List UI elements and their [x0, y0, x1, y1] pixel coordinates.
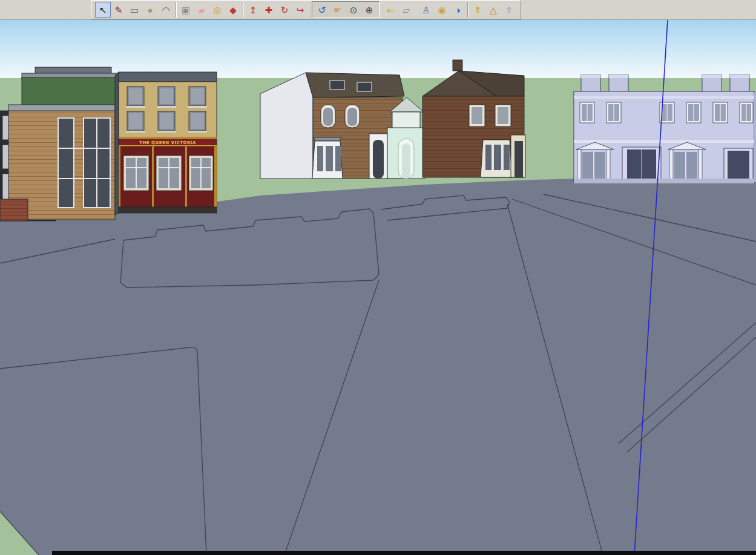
- toggle-terrain-icon: △: [490, 5, 497, 15]
- google-earth-icon: ◑: [455, 5, 460, 15]
- sketchup-window: ↖✎▭●◠▣▰◎◆↥✚↻↪↺☛⊙⊕⇐▱♙◉◑⇑△⇧: [0, 0, 756, 555]
- rectangle-icon: ▭: [130, 5, 139, 15]
- building-white-gable-house[interactable]: [260, 73, 404, 179]
- zoom-icon: ⊙: [350, 5, 358, 15]
- offset-tool-button[interactable]: ↪: [292, 2, 308, 18]
- pub-lower-windows: [123, 156, 213, 191]
- toolbar-group-edit: ▣▰◎◆: [176, 2, 243, 18]
- move-tool-button[interactable]: ✚: [261, 2, 277, 18]
- position-camera-icon: ♙: [422, 5, 430, 15]
- eraser-icon: ▰: [198, 5, 205, 15]
- section-plane-tool-button[interactable]: ▱: [398, 2, 414, 18]
- toolbar-group-walkthrough: ♙◉◑: [416, 2, 468, 18]
- make-component-tool-button[interactable]: ▣: [178, 2, 194, 18]
- offset-icon: ↪: [297, 5, 304, 15]
- building-queen-victoria-pub[interactable]: THE QUEEN VICTORIA: [115, 72, 217, 215]
- main-toolbar: ↖✎▭●◠▣▰◎◆↥✚↻↪↺☛⊙⊕⇐▱♙◉◑⇑△⇧: [0, 0, 756, 20]
- get-current-view-tool-button[interactable]: ⇑: [470, 2, 485, 18]
- previous-view-icon: ⇐: [387, 5, 395, 15]
- google-earth-tool-button[interactable]: ◑: [450, 2, 465, 18]
- toggle-terrain-tool-button[interactable]: △: [485, 2, 501, 18]
- entrance-center: [622, 147, 661, 183]
- toolbar-group-principal: ↖✎▭●◠: [93, 2, 176, 18]
- line-icon: ✎: [115, 5, 123, 15]
- previous-view-tool-button[interactable]: ⇐: [383, 2, 398, 18]
- toolbar-group-camera: ↺☛⊙⊕: [312, 1, 380, 18]
- pan-tool-button[interactable]: ☛: [330, 2, 346, 18]
- eraser-tool-button[interactable]: ▰: [194, 2, 209, 18]
- paint-bucket-tool-button[interactable]: ◆: [225, 2, 241, 18]
- move-icon: ✚: [265, 5, 273, 15]
- get-current-view-icon: ⇑: [474, 5, 482, 15]
- arc-icon: ◠: [162, 5, 169, 15]
- building-timber-house[interactable]: [0, 105, 115, 221]
- toolbar-group-views: ⇐▱: [381, 2, 416, 18]
- zoom-extents-tool-button[interactable]: ⊕: [361, 2, 377, 18]
- entrance-right: [724, 148, 753, 182]
- pub-sign-text: THE QUEEN VICTORIA: [139, 140, 196, 145]
- select-icon: ↖: [99, 5, 107, 15]
- share-model-tool-button[interactable]: ⇧: [501, 2, 517, 18]
- make-component-icon: ▣: [182, 5, 190, 15]
- look-around-icon: ◉: [438, 5, 445, 15]
- tape-measure-tool-button[interactable]: ◎: [209, 2, 225, 18]
- arc-tool-button[interactable]: ◠: [158, 2, 174, 18]
- sky: [0, 20, 756, 79]
- zoom-tool-button[interactable]: ⊙: [346, 2, 361, 18]
- zoom-extents-icon: ⊕: [366, 5, 373, 15]
- rotate-tool-button[interactable]: ↻: [277, 2, 292, 18]
- paint-bucket-icon: ◆: [229, 5, 237, 15]
- line-tool-button[interactable]: ✎: [111, 2, 127, 18]
- section-plane-icon: ▱: [403, 5, 410, 15]
- tape-measure-icon: ◎: [213, 5, 221, 15]
- pub-sign-band: THE QUEEN VICTORIA: [119, 137, 217, 146]
- position-camera-tool-button[interactable]: ♙: [418, 2, 434, 18]
- circle-icon: ●: [147, 5, 153, 15]
- rectangle-tool-button[interactable]: ▭: [127, 2, 142, 18]
- orbit-tool-button[interactable]: ↺: [314, 2, 330, 18]
- toolbar-left-spacer: [0, 0, 91, 19]
- share-model-icon: ⇧: [505, 5, 513, 15]
- pan-icon: ☛: [334, 5, 341, 15]
- push-pull-tool-button[interactable]: ↥: [245, 2, 261, 18]
- bottom-edge-strip: [52, 551, 756, 555]
- circle-tool-button[interactable]: ●: [142, 2, 158, 18]
- push-pull-icon: ↥: [249, 5, 257, 15]
- toolbar-panel: ↖✎▭●◠▣▰◎◆↥✚↻↪↺☛⊙⊕⇐▱♙◉◑⇑△⇧: [91, 0, 521, 19]
- road-surface[interactable]: [0, 174, 756, 555]
- 3d-viewport[interactable]: THE QUEEN VICTORIA: [0, 20, 756, 555]
- toolbar-group-modify: ↥✚↻↪: [243, 2, 311, 18]
- rotate-icon: ↻: [281, 5, 289, 15]
- look-around-tool-button[interactable]: ◉: [434, 2, 450, 18]
- select-tool-button[interactable]: ↖: [95, 2, 111, 18]
- orbit-icon: ↺: [318, 5, 326, 15]
- toolbar-group-google: ⇑△⇧: [468, 2, 519, 18]
